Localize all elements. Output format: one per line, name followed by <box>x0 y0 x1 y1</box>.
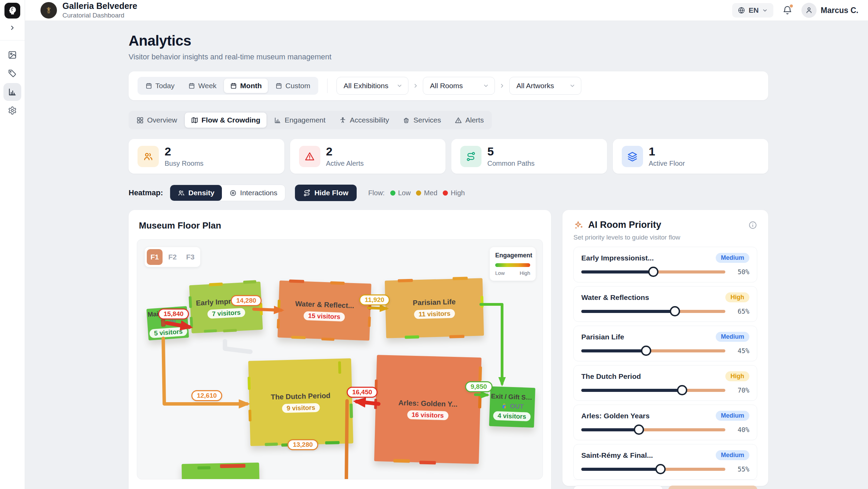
flow-count-badge: 15,840 <box>158 308 189 319</box>
app-subtitle: Curatorial Dashboard <box>62 12 137 19</box>
slider-thumb[interactable] <box>641 346 651 356</box>
slider-room-name: Water & Reflections <box>581 293 649 302</box>
slider-room-name: Early Impressionist... <box>581 254 654 262</box>
artwork-marker <box>325 441 340 444</box>
stat-cards: 2Busy Rooms2Active Alerts5Common Paths1A… <box>129 139 768 174</box>
room-name: Parisian Life <box>413 298 455 307</box>
app-logo <box>4 3 20 19</box>
floor-plan-title: Museum Floor Plan <box>139 220 541 231</box>
language-value: EN <box>749 6 759 14</box>
select-all-rooms[interactable]: All Rooms <box>423 77 495 95</box>
slider-percent: 50% <box>725 268 749 276</box>
room-water-reflect[interactable]: Water & Reflect...15 visitors <box>277 280 371 340</box>
notifications-button[interactable] <box>782 5 793 15</box>
sidebar-item-settings[interactable] <box>3 102 21 119</box>
apply-button[interactable]: Apply <box>668 486 757 489</box>
floor-plan-canvas: F1F2F3 Engagement Low High Main Entrance… <box>137 239 543 479</box>
info-icon[interactable] <box>748 221 757 230</box>
calendar-icon <box>145 82 152 89</box>
slider-track[interactable] <box>581 389 725 392</box>
chevron-right-icon <box>9 24 16 31</box>
user-menu[interactable]: Marcus C. <box>801 3 858 18</box>
flow-legend-high: High <box>443 189 465 197</box>
floor-button-f3[interactable]: F3 <box>182 249 198 265</box>
slider-thumb[interactable] <box>634 424 644 435</box>
slider-room-name: The Dutch Period <box>581 372 641 381</box>
image-icon <box>8 50 17 59</box>
date-range-custom[interactable]: Custom <box>269 79 316 93</box>
artwork-marker <box>265 443 278 446</box>
room-arles-golden-y[interactable]: Arles: Golden Y...16 visitors <box>374 355 481 464</box>
slider-thumb[interactable] <box>677 385 687 395</box>
artwork-marker <box>368 316 371 327</box>
room-the-dutch-period[interactable]: The Dutch Period9 visitors <box>248 358 353 446</box>
tab-alerts[interactable]: Alerts <box>449 113 490 128</box>
alert-icon <box>305 151 315 162</box>
select-all-exhibitions[interactable]: All Exhibitions <box>336 77 408 95</box>
door-icon <box>159 319 167 327</box>
floor-button-f1[interactable]: F1 <box>147 249 163 265</box>
tab-services[interactable]: Services <box>396 113 447 128</box>
slider-track[interactable] <box>581 310 725 313</box>
artwork-marker <box>209 282 223 286</box>
slider-fill <box>581 349 646 352</box>
hide-flow-button[interactable]: Hide Flow <box>295 185 357 201</box>
floor-button-f2[interactable]: F2 <box>165 249 180 265</box>
slider-track[interactable] <box>581 468 725 471</box>
sidebar-expand-button[interactable] <box>0 23 25 33</box>
sidebar <box>0 0 25 489</box>
artwork-marker <box>220 464 246 468</box>
priority-sliders: Early Impressionist...Medium50%Water & R… <box>573 247 757 480</box>
sidebar-item-analytics[interactable] <box>3 83 21 101</box>
flow-count-badge: 12,610 <box>191 390 222 401</box>
alert-icon <box>455 117 462 124</box>
sparkles-icon <box>573 220 584 230</box>
main-content: Analytics Visitor behavior insights and … <box>25 21 868 489</box>
slider-track[interactable] <box>581 349 725 352</box>
sidebar-item-tags[interactable] <box>3 65 21 82</box>
slider-thumb[interactable] <box>655 464 666 474</box>
slider-track[interactable] <box>581 270 725 273</box>
select-all-artworks[interactable]: All Artworks <box>509 77 581 95</box>
slider-track[interactable] <box>581 428 725 431</box>
date-range-month[interactable]: Month <box>224 79 268 93</box>
artwork-marker <box>204 329 217 333</box>
flow-legend: Flow: LowMedHigh <box>368 189 465 197</box>
room-tag: OUT <box>501 402 524 410</box>
artwork-marker <box>249 410 252 421</box>
reset-button[interactable]: Reset <box>573 486 663 489</box>
heatmap-mode-interactions[interactable]: Interactions <box>222 185 285 201</box>
priority-level-badge: Medium <box>716 253 749 263</box>
room-exit-gift-shop[interactable]: Exit / Gift ShopOUT4 visitors <box>489 386 535 428</box>
slider-thumb[interactable] <box>670 306 680 316</box>
slider-thumb[interactable] <box>648 267 658 277</box>
heatmap-mode-density[interactable]: Density <box>170 185 222 201</box>
date-range-week[interactable]: Week <box>182 79 223 93</box>
artwork-marker <box>189 296 192 308</box>
basket-icon <box>403 117 410 124</box>
flow-count-badge: 9,850 <box>465 381 492 392</box>
tab-flow-crowding[interactable]: Flow & Crowding <box>185 113 266 128</box>
date-range-today[interactable]: Today <box>139 79 181 93</box>
tab-overview[interactable]: Overview <box>130 113 183 128</box>
stat-label: Active Alerts <box>326 160 364 167</box>
accessibility-icon <box>339 117 346 124</box>
artwork-marker <box>277 319 280 328</box>
room-unnamed[interactable] <box>181 463 259 479</box>
page-title: Analytics <box>129 33 768 49</box>
stat-label: Common Paths <box>487 160 535 167</box>
stat-card-active-alerts: 2Active Alerts <box>290 139 446 174</box>
room-early-impressio[interactable]: Early Impressio...7 visitors <box>189 282 263 334</box>
visitor-count: 16 visitors <box>407 410 449 420</box>
heatmap-mode-toggle: DensityInteractions <box>170 185 285 201</box>
sidebar-item-media[interactable] <box>3 46 21 64</box>
gear-icon <box>8 106 17 115</box>
stat-card-busy-rooms: 2Busy Rooms <box>129 139 284 174</box>
room-parisian-life[interactable]: Parisian Life11 visitors <box>385 278 484 338</box>
language-selector[interactable]: EN <box>732 3 773 18</box>
stat-label: Active Floor <box>649 160 685 167</box>
room-tag: IN <box>159 318 176 327</box>
artwork-marker <box>330 281 345 285</box>
tab-accessibility[interactable]: Accessibility <box>333 113 395 128</box>
tab-engagement[interactable]: Engagement <box>268 113 332 128</box>
